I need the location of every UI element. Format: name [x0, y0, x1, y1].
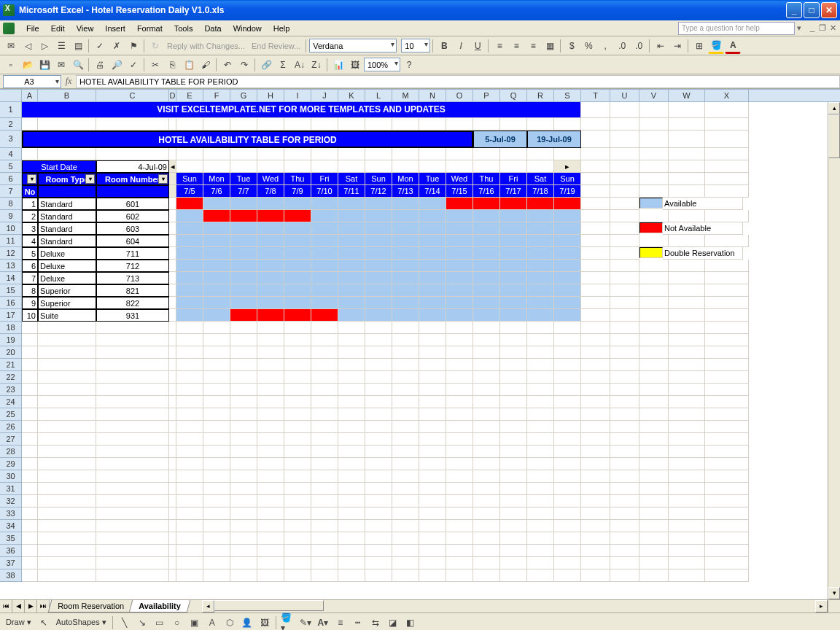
cell[interactable]: 7/13 — [392, 185, 419, 198]
cell[interactable] — [257, 446, 284, 458]
cell[interactable] — [669, 421, 705, 433]
cell[interactable] — [365, 222, 392, 235]
cell[interactable]: No — [22, 185, 38, 198]
cell[interactable] — [176, 148, 203, 160]
cell[interactable] — [365, 421, 392, 433]
cell[interactable] — [284, 545, 311, 557]
cell[interactable] — [500, 532, 527, 545]
cell[interactable]: Sat — [527, 173, 554, 185]
col-header-W[interactable]: W — [669, 90, 705, 101]
cell[interactable] — [311, 433, 338, 446]
cell[interactable]: 602 — [96, 210, 169, 222]
cell[interactable] — [230, 384, 257, 396]
cell[interactable] — [639, 359, 669, 371]
cell[interactable]: 7/18 — [527, 185, 554, 198]
cell[interactable] — [581, 118, 610, 131]
cell[interactable]: 7/7 — [230, 185, 257, 198]
cell[interactable]: 10 — [22, 309, 38, 322]
cell[interactable] — [338, 545, 365, 557]
cell[interactable] — [527, 346, 554, 359]
cell[interactable] — [311, 396, 338, 408]
cell[interactable] — [311, 309, 338, 322]
row-header[interactable]: 12 — [0, 247, 22, 260]
cell[interactable] — [203, 309, 230, 322]
menu-window[interactable]: Window — [228, 23, 268, 34]
cell[interactable] — [169, 508, 176, 520]
cell[interactable] — [392, 408, 419, 421]
cell[interactable] — [446, 532, 473, 545]
cell[interactable] — [473, 470, 500, 483]
cell[interactable] — [176, 297, 203, 309]
cell[interactable] — [554, 359, 581, 371]
cell[interactable] — [203, 470, 230, 483]
cell[interactable] — [365, 284, 392, 297]
cell[interactable] — [22, 384, 38, 396]
row-header[interactable]: 30 — [0, 470, 22, 483]
cell[interactable] — [610, 222, 639, 235]
cell[interactable] — [96, 384, 169, 396]
cell[interactable] — [176, 160, 203, 173]
save-icon[interactable]: 💾 — [36, 57, 52, 73]
col-header-D[interactable]: D — [169, 90, 176, 101]
cell[interactable] — [284, 210, 311, 222]
col-header-L[interactable]: L — [365, 90, 392, 101]
cell[interactable] — [284, 160, 311, 173]
cell[interactable] — [669, 508, 705, 520]
cell[interactable] — [473, 247, 500, 260]
col-header-H[interactable]: H — [257, 90, 284, 101]
cell[interactable] — [705, 235, 749, 247]
row-header[interactable]: 11 — [0, 235, 22, 247]
cell[interactable] — [446, 359, 473, 371]
cell[interactable] — [705, 148, 749, 160]
cell[interactable] — [446, 557, 473, 569]
cell[interactable] — [419, 371, 446, 384]
cell[interactable]: Sat — [338, 173, 365, 185]
cell[interactable]: Sun — [176, 173, 203, 185]
cell[interactable]: Deluxe — [38, 260, 96, 272]
row-header[interactable]: 38 — [0, 569, 22, 582]
cell[interactable] — [96, 433, 169, 446]
cell[interactable] — [446, 334, 473, 346]
cell[interactable] — [669, 297, 705, 309]
cell[interactable] — [527, 247, 554, 260]
cell[interactable] — [365, 483, 392, 495]
cell[interactable] — [419, 396, 446, 408]
cell[interactable] — [257, 557, 284, 569]
cell[interactable]: Standard — [38, 235, 96, 247]
cell[interactable] — [257, 260, 284, 272]
cell[interactable] — [554, 421, 581, 433]
cell[interactable] — [284, 495, 311, 508]
col-header-G[interactable]: G — [230, 90, 257, 101]
cell[interactable] — [500, 545, 527, 557]
cell[interactable] — [230, 408, 257, 421]
cell[interactable] — [257, 408, 284, 421]
cell[interactable] — [311, 384, 338, 396]
cell[interactable] — [610, 284, 639, 297]
cell[interactable] — [554, 210, 581, 222]
merge-center-icon[interactable]: ▦ — [542, 38, 558, 54]
row-header[interactable]: 36 — [0, 545, 22, 557]
cell[interactable] — [257, 235, 284, 247]
cell[interactable] — [365, 272, 392, 284]
cell[interactable] — [473, 297, 500, 309]
cell[interactable] — [169, 222, 176, 235]
cell[interactable] — [96, 371, 169, 384]
align-left-icon[interactable]: ≡ — [491, 38, 508, 54]
cell[interactable]: 3 — [22, 222, 38, 235]
cell[interactable] — [705, 384, 749, 396]
cell[interactable] — [365, 384, 392, 396]
cell[interactable] — [610, 247, 639, 260]
cell[interactable] — [500, 297, 527, 309]
cell[interactable]: 7/10 — [311, 185, 338, 198]
cell[interactable] — [610, 408, 639, 421]
cell[interactable] — [705, 118, 749, 131]
row-header[interactable]: 19 — [0, 334, 22, 346]
cell[interactable] — [500, 272, 527, 284]
cell[interactable] — [705, 297, 749, 309]
cell[interactable] — [311, 198, 338, 210]
cell[interactable] — [527, 470, 554, 483]
cell[interactable] — [610, 483, 639, 495]
cell[interactable]: 7/9 — [284, 185, 311, 198]
cell[interactable] — [554, 284, 581, 297]
cell[interactable] — [639, 532, 669, 545]
